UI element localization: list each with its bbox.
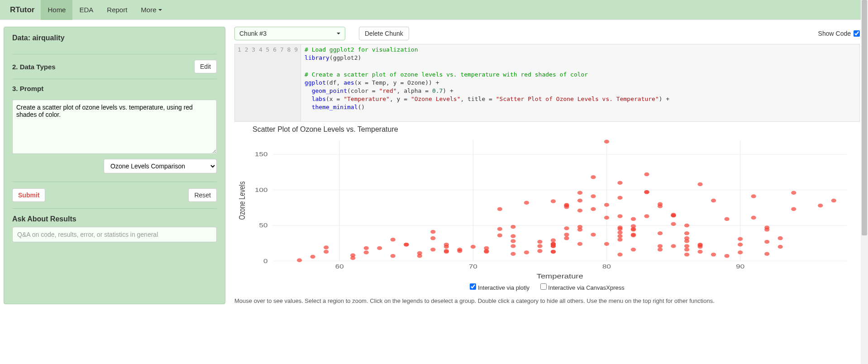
svg-point-133	[577, 242, 582, 246]
svg-point-28	[297, 258, 302, 262]
svg-point-117	[791, 207, 796, 211]
svg-point-61	[644, 214, 649, 218]
svg-text:100: 100	[255, 186, 267, 193]
nav-more[interactable]: More	[134, 0, 168, 20]
svg-point-64	[617, 230, 622, 235]
svg-point-89	[617, 196, 622, 200]
svg-point-125	[577, 228, 582, 232]
svg-point-17	[497, 233, 502, 237]
svg-point-145	[551, 242, 556, 246]
svg-point-139	[484, 249, 489, 253]
svg-point-135	[551, 249, 556, 254]
svg-point-99	[684, 244, 689, 248]
data-heading: Data: airquality	[12, 34, 65, 42]
code-editor[interactable]: 1 2 3 4 5 6 7 8 9 # Load ggplot2 for vis…	[234, 44, 860, 122]
svg-point-137	[631, 233, 636, 237]
svg-text:150: 150	[255, 151, 267, 158]
svg-point-119	[764, 225, 769, 230]
prompt-label: 3. Prompt	[12, 85, 43, 92]
svg-point-111	[591, 194, 596, 198]
svg-point-70	[764, 239, 769, 244]
svg-point-27	[391, 238, 396, 242]
svg-point-26	[310, 254, 315, 259]
svg-point-71	[725, 254, 730, 258]
svg-point-31	[364, 250, 369, 254]
navbar: RTutor Home EDA Report More	[0, 0, 868, 20]
svg-point-87	[684, 248, 689, 252]
svg-point-76	[617, 214, 622, 218]
svg-point-41	[671, 244, 676, 248]
brand-logo: RTutor	[4, 5, 41, 14]
svg-point-134	[430, 248, 435, 252]
edit-button[interactable]: Edit	[194, 60, 217, 73]
ask-heading: Ask About Results	[12, 215, 217, 223]
svg-point-96	[738, 243, 743, 247]
svg-text:70: 70	[469, 263, 477, 270]
svg-point-112	[617, 225, 622, 230]
svg-point-16	[430, 230, 435, 234]
svg-point-81	[524, 201, 529, 205]
svg-point-59	[604, 216, 609, 220]
example-select[interactable]: Ozone Levels Comparison	[104, 159, 217, 173]
svg-point-77	[631, 248, 636, 252]
svg-point-97	[738, 237, 743, 241]
svg-point-38	[551, 238, 556, 242]
svg-point-140	[617, 238, 622, 242]
svg-point-101	[631, 227, 636, 231]
svg-point-18	[524, 250, 529, 254]
svg-point-75	[604, 203, 609, 207]
vertical-scrollbar[interactable]	[861, 0, 868, 311]
svg-point-67	[644, 190, 649, 194]
reset-button[interactable]: Reset	[188, 188, 217, 202]
svg-point-33	[510, 252, 515, 256]
nav-home[interactable]: Home	[41, 0, 72, 20]
svg-point-50	[510, 244, 515, 248]
caret-down-icon	[158, 9, 162, 11]
svg-point-143	[471, 244, 476, 249]
canvasxpress-checkbox[interactable]	[540, 283, 547, 290]
svg-point-130	[564, 226, 569, 230]
svg-point-35	[430, 236, 435, 240]
svg-point-44	[738, 250, 743, 254]
svg-point-73	[617, 234, 622, 238]
svg-point-21	[324, 245, 329, 249]
canvasxpress-option[interactable]: Interactive via CanvasXpress	[540, 284, 625, 291]
svg-point-90	[617, 181, 622, 185]
svg-point-52	[564, 233, 569, 237]
scatter-chart[interactable]: 60708090050100150TemperatureOzone Levels	[234, 135, 860, 280]
svg-point-110	[497, 207, 502, 211]
svg-point-146	[444, 249, 449, 254]
nav-eda[interactable]: EDA	[72, 0, 100, 20]
svg-point-121	[778, 244, 783, 249]
show-code-label: Show Code	[818, 30, 851, 37]
svg-point-48	[497, 227, 502, 231]
nav-report[interactable]: Report	[100, 0, 134, 20]
svg-point-105	[591, 175, 596, 179]
svg-point-122	[697, 243, 702, 247]
svg-point-34	[350, 256, 355, 260]
svg-point-108	[577, 191, 582, 195]
svg-point-126	[537, 244, 542, 248]
plotly-checkbox[interactable]	[470, 283, 476, 290]
ask-input[interactable]	[12, 227, 217, 242]
svg-point-124	[604, 242, 609, 246]
svg-point-113	[684, 236, 689, 240]
show-code-checkbox[interactable]	[854, 30, 860, 37]
svg-point-142	[377, 246, 382, 250]
prompt-textarea[interactable]	[12, 100, 217, 154]
svg-point-116	[818, 203, 823, 207]
svg-point-86	[711, 253, 716, 257]
svg-point-45	[697, 249, 702, 254]
svg-point-19	[364, 246, 369, 250]
delete-chunk-button[interactable]: Delete Chunk	[359, 27, 409, 40]
svg-point-80	[671, 222, 676, 226]
svg-point-102	[604, 139, 609, 144]
svg-point-79	[697, 182, 702, 186]
svg-point-103	[591, 207, 596, 211]
svg-point-118	[751, 194, 756, 198]
sidebar-panel: Data: airquality 2. Data Types Edit 3. P…	[4, 27, 225, 304]
svg-point-74	[751, 216, 756, 220]
plotly-option[interactable]: Interactive via plotly	[470, 284, 529, 291]
chunk-select[interactable]: Chunk #3	[234, 27, 345, 40]
submit-button[interactable]: Submit	[12, 188, 45, 202]
